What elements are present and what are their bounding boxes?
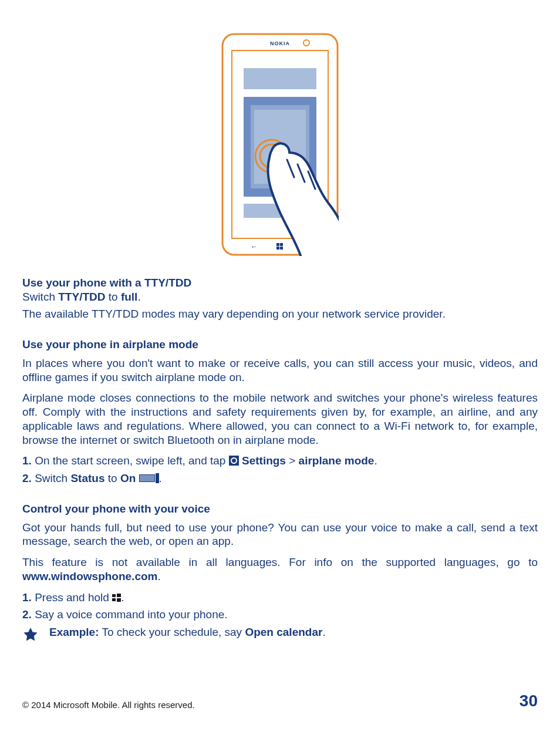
copyright-text: © 2014 Microsoft Mobile. All rights rese…	[22, 700, 195, 711]
example-row: Example: To check your schedule, say Ope…	[22, 625, 538, 643]
text: .	[157, 570, 160, 582]
example-text: Example: To check your schedule, say Ope…	[49, 625, 326, 639]
line-switch-tty: Switch TTY/TDD to full.	[22, 290, 538, 304]
step-number: 2.	[22, 472, 32, 484]
text: .	[121, 591, 124, 604]
phone-svg: NOKIA ←	[221, 33, 339, 256]
text-bold: full	[121, 291, 138, 303]
text-bold: Status	[70, 472, 104, 484]
phone-illustration: NOKIA ←	[22, 33, 538, 260]
voice-step-1: 1. Press and hold .	[22, 591, 538, 605]
text-bold: Settings	[242, 454, 286, 467]
text: to	[104, 472, 120, 484]
para-voice-2: This feature is not available in all lan…	[22, 555, 538, 584]
link-text: www.windowsphone.com	[22, 570, 157, 582]
text: .	[374, 454, 377, 467]
voice-step-2: 2. Say a voice command into your phone.	[22, 608, 538, 622]
para-voice-1: Got your hands full, but need to use you…	[22, 521, 538, 549]
text-bold: On	[120, 472, 136, 484]
step-number: 1.	[22, 454, 32, 467]
text: This feature is not available in all lan…	[22, 556, 538, 568]
example-label: Example:	[49, 626, 99, 638]
text: Switch	[22, 291, 58, 303]
section-heading-airplane: Use your phone in airplane mode	[22, 338, 538, 352]
svg-rect-6	[244, 68, 316, 89]
text: To check your schedule, say	[99, 626, 245, 638]
step-number: 2.	[22, 608, 32, 621]
step-number: 1.	[22, 591, 32, 604]
page-number: 30	[519, 690, 538, 711]
text-bold: airplane mode	[299, 454, 375, 467]
text: Press and hold	[32, 591, 112, 604]
text: Say a voice command into your phone.	[32, 608, 228, 621]
step-1: 1. On the start screen, swipe left, and …	[22, 454, 538, 468]
text: On the start screen, swipe left, and tap	[32, 454, 229, 467]
text: Switch	[32, 472, 71, 484]
toggle-on-icon	[139, 474, 159, 483]
text: .	[137, 291, 140, 303]
back-arrow-icon: ←	[251, 242, 258, 251]
star-icon	[22, 626, 39, 643]
section-heading-tty: Use your phone with a TTY/TDD	[22, 276, 538, 290]
svg-rect-11	[280, 243, 283, 246]
text-bold: TTY/TDD	[58, 291, 105, 303]
text: to	[105, 291, 120, 303]
text: .	[159, 472, 162, 484]
para-airplane-2: Airplane mode closes connections to the …	[22, 391, 538, 447]
page-footer: © 2014 Microsoft Mobile. All rights rese…	[22, 690, 538, 711]
windows-key-icon	[112, 594, 121, 602]
svg-rect-12	[276, 247, 279, 250]
svg-rect-10	[276, 243, 279, 246]
manual-page: NOKIA ←	[0, 0, 560, 738]
text: >	[286, 454, 299, 467]
svg-rect-13	[280, 247, 283, 250]
para-airplane-1: In places where you don't want to make o…	[22, 356, 538, 385]
text-bold: Open calendar	[245, 626, 322, 638]
para-tty-modes: The available TTY/TDD modes may vary dep…	[22, 307, 538, 321]
text: .	[322, 626, 325, 638]
section-heading-voice: Control your phone with your voice	[22, 502, 538, 516]
settings-icon	[229, 456, 239, 466]
brand-label: NOKIA	[270, 41, 290, 46]
step-2: 2. Switch Status to On .	[22, 471, 538, 486]
